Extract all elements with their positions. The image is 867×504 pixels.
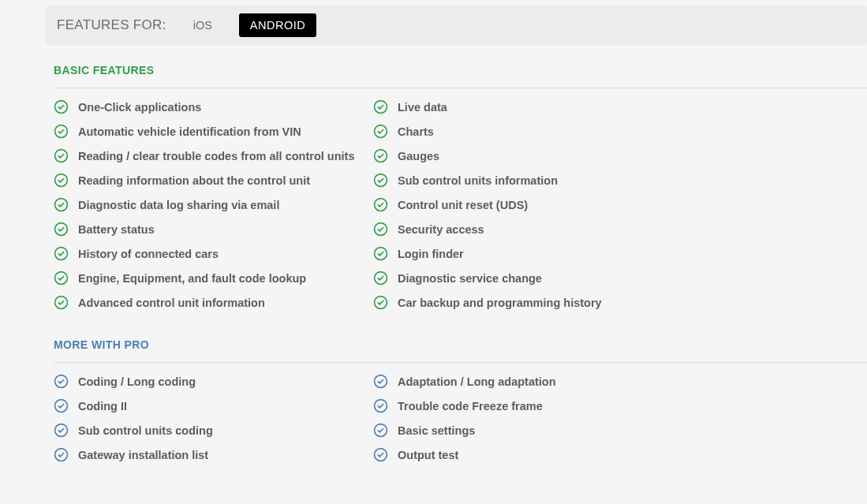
feature-row: Control unit reset (UDS) bbox=[373, 197, 693, 212]
feature-label: Car backup and programming history bbox=[398, 297, 602, 309]
svg-point-6 bbox=[55, 248, 68, 260]
pro-features-grid: Coding / Long codingCoding IISub control… bbox=[46, 374, 867, 472]
svg-point-4 bbox=[55, 199, 68, 211]
feature-label: One-Click applications bbox=[78, 101, 201, 114]
basic-features-header: BASIC FEATURES bbox=[46, 64, 867, 77]
feature-label: Diagnostic data log sharing via email bbox=[78, 199, 279, 211]
svg-point-18 bbox=[55, 375, 68, 388]
check-circle-icon bbox=[373, 124, 388, 139]
feature-label: Sub control units information bbox=[398, 174, 558, 187]
feature-label: Gateway installation list bbox=[78, 449, 208, 461]
check-circle-icon bbox=[54, 447, 69, 462]
feature-label: Sub control units coding bbox=[78, 424, 213, 437]
tab-bar-label: FEATURES FOR: bbox=[57, 17, 166, 33]
svg-point-10 bbox=[375, 125, 387, 138]
feature-row: Engine, Equipment, and fault code lookup bbox=[54, 271, 373, 286]
feature-row: Reading / clear trouble codes from all c… bbox=[54, 148, 373, 163]
check-circle-icon bbox=[373, 148, 388, 163]
feature-row: Battery status bbox=[54, 222, 373, 237]
check-circle-icon bbox=[373, 398, 388, 413]
feature-label: Coding II bbox=[78, 400, 127, 413]
svg-point-2 bbox=[55, 150, 68, 162]
svg-point-8 bbox=[55, 297, 68, 309]
check-circle-icon bbox=[373, 222, 388, 237]
check-circle-icon bbox=[373, 99, 388, 114]
feature-row: Output test bbox=[373, 447, 693, 462]
feature-row: Adaptation / Long adaptation bbox=[373, 374, 693, 389]
svg-point-23 bbox=[375, 400, 387, 413]
platform-tab-bar: FEATURES FOR: iOS ANDROID bbox=[46, 6, 867, 45]
svg-point-7 bbox=[55, 272, 68, 285]
feature-label: Login finder bbox=[398, 248, 464, 260]
feature-row: Car backup and programming history bbox=[373, 295, 693, 310]
feature-row: Login finder bbox=[373, 246, 693, 261]
feature-label: Coding / Long coding bbox=[78, 375, 196, 388]
feature-label: Gauges bbox=[398, 150, 439, 162]
feature-label: Diagnostic service change bbox=[398, 272, 542, 285]
feature-label: Reading / clear trouble codes from all c… bbox=[78, 150, 354, 162]
svg-point-16 bbox=[375, 272, 387, 285]
feature-row: History of connected cars bbox=[54, 246, 373, 261]
feature-row: Gauges bbox=[373, 148, 693, 163]
check-circle-icon bbox=[373, 271, 388, 286]
feature-label: Security access bbox=[398, 223, 484, 236]
basic-features-grid: One-Click applicationsAutomatic vehicle … bbox=[46, 99, 867, 319]
svg-point-17 bbox=[375, 297, 387, 309]
feature-row: Reading information about the control un… bbox=[54, 173, 373, 188]
feature-label: Live data bbox=[398, 101, 447, 114]
feature-label: Battery status bbox=[78, 223, 155, 236]
feature-label: Output test bbox=[398, 449, 458, 461]
feature-row: Diagnostic service change bbox=[373, 271, 693, 286]
check-circle-icon bbox=[373, 197, 388, 212]
feature-row: Gateway installation list bbox=[54, 447, 373, 462]
divider bbox=[54, 88, 867, 88]
feature-row: Coding / Long coding bbox=[54, 374, 373, 389]
feature-row: Sub control units coding bbox=[54, 423, 373, 438]
feature-label: Adaptation / Long adaptation bbox=[398, 375, 556, 388]
feature-row: Live data bbox=[373, 99, 693, 114]
check-circle-icon bbox=[373, 173, 388, 188]
svg-point-13 bbox=[375, 199, 387, 211]
feature-label: Trouble code Freeze frame bbox=[398, 400, 543, 413]
feature-label: Reading information about the control un… bbox=[78, 174, 310, 187]
svg-point-3 bbox=[55, 174, 68, 187]
check-circle-icon bbox=[54, 173, 69, 188]
feature-label: Advanced control unit information bbox=[78, 297, 265, 309]
check-circle-icon bbox=[373, 246, 388, 261]
check-circle-icon bbox=[54, 246, 69, 261]
check-circle-icon bbox=[373, 423, 388, 438]
svg-point-21 bbox=[55, 449, 68, 461]
feature-label: Automatic vehicle identification from VI… bbox=[78, 125, 301, 138]
feature-row: Sub control units information bbox=[373, 173, 693, 188]
check-circle-icon bbox=[54, 197, 69, 212]
feature-label: Engine, Equipment, and fault code lookup bbox=[78, 272, 306, 285]
check-circle-icon bbox=[54, 99, 69, 114]
svg-point-22 bbox=[375, 375, 387, 388]
check-circle-icon bbox=[54, 423, 69, 438]
svg-point-20 bbox=[55, 424, 68, 437]
svg-point-19 bbox=[55, 400, 68, 413]
feature-label: History of connected cars bbox=[78, 248, 219, 260]
divider bbox=[54, 362, 867, 363]
feature-row: Basic settings bbox=[373, 423, 693, 438]
feature-row: Security access bbox=[373, 222, 693, 237]
svg-point-12 bbox=[375, 174, 387, 187]
feature-row: Coding II bbox=[54, 398, 373, 413]
check-circle-icon bbox=[54, 271, 69, 286]
feature-row: Diagnostic data log sharing via email bbox=[54, 197, 373, 212]
feature-label: Charts bbox=[398, 125, 434, 138]
svg-point-15 bbox=[375, 248, 387, 260]
check-circle-icon bbox=[54, 295, 69, 310]
check-circle-icon bbox=[54, 124, 69, 139]
svg-point-9 bbox=[375, 101, 387, 114]
check-circle-icon bbox=[54, 398, 69, 413]
tab-android[interactable]: ANDROID bbox=[239, 13, 316, 37]
feature-row: Automatic vehicle identification from VI… bbox=[54, 124, 373, 139]
svg-point-1 bbox=[55, 125, 68, 138]
svg-point-0 bbox=[55, 101, 68, 114]
tab-ios[interactable]: iOS bbox=[182, 13, 223, 37]
pro-features-header: MORE WITH PRO bbox=[46, 338, 867, 351]
svg-point-24 bbox=[375, 424, 387, 437]
svg-point-5 bbox=[55, 223, 68, 236]
svg-point-14 bbox=[375, 223, 387, 236]
